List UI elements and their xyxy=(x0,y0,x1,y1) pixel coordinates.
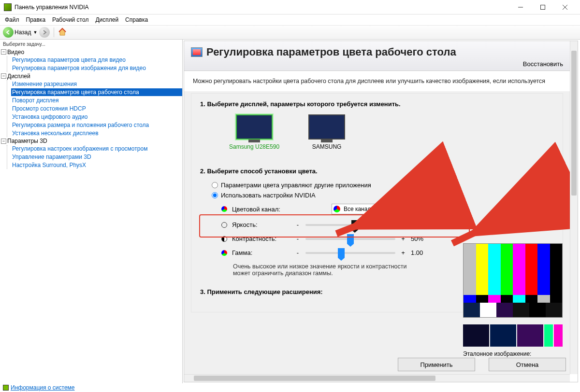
tree-item[interactable]: Регулировка параметров изображения для в… xyxy=(11,64,182,72)
menu-file[interactable]: Файл xyxy=(2,15,22,24)
contrast-icon xyxy=(221,236,227,242)
display-item[interactable]: SAMSUNG xyxy=(308,114,345,150)
gamma-thumb[interactable] xyxy=(338,248,345,258)
tree-item[interactable]: Регулировка настроек изображения с просм… xyxy=(11,145,182,153)
tree-item[interactable]: Регулировка параметров цвета для видео xyxy=(11,56,182,64)
close-button[interactable] xyxy=(554,0,576,14)
brightness-slider[interactable] xyxy=(305,224,395,226)
forward-button[interactable] xyxy=(39,27,50,38)
tree-item[interactable]: Регулировка параметров цвета рабочего ст… xyxy=(11,88,182,96)
brightness-minus: - xyxy=(295,221,301,228)
horizontal-scrollbar[interactable] xyxy=(184,374,570,382)
contrast-slider[interactable] xyxy=(305,238,395,240)
channel-label: Цветовой канал: xyxy=(232,206,280,213)
tree-item[interactable]: Регулировка размера и положения рабочего… xyxy=(11,121,182,129)
radio-other-apps[interactable]: Параметрами цвета управляют другие прило… xyxy=(212,182,554,189)
tree-group-label[interactable]: Видео xyxy=(7,49,24,56)
settings-panel: 1. Выберите дисплей, параметры которого … xyxy=(191,93,563,312)
page-title-icon xyxy=(191,47,203,57)
statusbar: Информация о системе xyxy=(0,383,580,392)
toolbar: Назад ▼ xyxy=(0,25,580,40)
contrast-label: Контрастность: xyxy=(232,235,290,242)
vertical-scrollbar[interactable] xyxy=(570,41,578,374)
cancel-button[interactable]: Отмена xyxy=(489,358,566,371)
reference-caption: Эталонное изображение: xyxy=(463,350,563,357)
reference-image: Эталонное изображение: xyxy=(463,243,563,357)
titlebar: Панель управления NVIDIA xyxy=(0,0,580,14)
brightness-icon xyxy=(221,222,227,228)
channel-select[interactable]: Все каналы xyxy=(332,204,421,214)
svg-rect-1 xyxy=(541,5,545,9)
tree-toggle[interactable]: − xyxy=(1,49,6,55)
back-arrow-icon xyxy=(3,27,14,38)
apply-button[interactable]: Применить xyxy=(398,358,475,371)
page-title: Регулировка параметров цвета рабочего ст… xyxy=(191,46,563,58)
gamma-slider[interactable] xyxy=(305,252,395,254)
tree-item[interactable]: Поворот дисплея xyxy=(11,97,182,104)
menu-help[interactable]: Справка xyxy=(122,15,151,24)
menu-display[interactable]: Дисплей xyxy=(92,15,121,24)
tree-item[interactable]: Изменение разрешения xyxy=(11,80,182,88)
info-icon xyxy=(3,385,9,391)
contrast-minus: - xyxy=(295,235,301,242)
toolbar-divider xyxy=(54,28,54,37)
restore-link[interactable]: Восстановить xyxy=(191,60,563,68)
contrast-row: Контрастность: - + 50% xyxy=(221,235,554,242)
step2-title: 2. Выберите способ установки цвета. xyxy=(200,168,554,175)
tree-group-label[interactable]: Параметры 3D xyxy=(7,138,47,144)
gamma-plus: + xyxy=(400,249,406,256)
tree-item[interactable]: Установка цифрового аудио xyxy=(11,113,182,121)
contrast-plus: + xyxy=(400,235,406,242)
monitor-icon xyxy=(308,114,345,140)
back-dropdown-icon[interactable]: ▼ xyxy=(33,30,37,35)
brightness-value: 55% xyxy=(411,221,432,228)
tree-item[interactable]: Управление параметрами 3D xyxy=(11,153,182,161)
brightness-thumb[interactable] xyxy=(351,220,358,230)
nvidia-app-icon xyxy=(4,3,12,11)
gamma-label: Гамма: xyxy=(232,249,290,256)
step1-title: 1. Выберите дисплей, параметры которого … xyxy=(200,100,554,108)
maximize-button[interactable] xyxy=(532,0,554,14)
home-button[interactable] xyxy=(58,28,67,38)
brightness-label: Яркость: xyxy=(232,221,290,228)
system-info-link[interactable]: Информация о системе xyxy=(11,384,74,391)
rgb-icon xyxy=(221,206,227,212)
display-label: SAMSUNG xyxy=(308,143,345,150)
display-item[interactable]: Samsung U28E590 xyxy=(229,114,279,150)
minimize-button[interactable] xyxy=(509,0,532,14)
radio-nvidia[interactable]: Использовать настройки NVIDIA xyxy=(212,192,554,199)
brightness-plus: + xyxy=(400,221,406,228)
monitor-icon xyxy=(236,114,273,140)
tree-item[interactable]: Просмотр состояния HDCP xyxy=(11,105,182,112)
menu-desktop[interactable]: Рабочий стол xyxy=(49,15,91,24)
back-button[interactable]: Назад ▼ xyxy=(3,27,37,38)
contrast-thumb[interactable] xyxy=(347,234,354,244)
gamma-note: Очень высокое или низкое значение яркост… xyxy=(233,263,417,277)
radio-other-label: Параметрами цвета управляют другие прило… xyxy=(221,182,371,189)
menu-edit[interactable]: Правка xyxy=(23,15,49,24)
contrast-value: 50% xyxy=(411,235,432,242)
tree-item[interactable]: Настройка Surround, PhysX xyxy=(11,161,182,169)
brightness-row: Яркость: - + 55% xyxy=(221,221,554,228)
menubar: Файл Правка Рабочий стол Дисплей Справка xyxy=(0,14,580,25)
tree-group-label[interactable]: Дисплей xyxy=(7,73,30,80)
sidebar: Выберите задачу... −ВидеоРегулировка пар… xyxy=(0,40,183,383)
radio-nvidia-label: Использовать настройки NVIDIA xyxy=(221,192,316,199)
gamma-minus: - xyxy=(295,249,301,256)
tree-item[interactable]: Установка нескольких дисплеев xyxy=(11,129,182,137)
back-label: Назад xyxy=(14,29,31,36)
task-label: Выберите задачу... xyxy=(1,41,182,48)
rgb-icon-select xyxy=(334,206,340,212)
window-title: Панель управления NVIDIA xyxy=(14,4,509,11)
gamma-icon xyxy=(221,250,227,256)
intro-text: Можно регулировать настройки цвета рабоч… xyxy=(184,71,570,91)
display-label: Samsung U28E590 xyxy=(229,143,279,150)
tree-toggle[interactable]: − xyxy=(1,73,6,79)
gamma-value: 1.00 xyxy=(411,249,432,256)
content-area: Регулировка параметров цвета рабочего ст… xyxy=(184,41,578,382)
tree-toggle[interactable]: − xyxy=(1,139,6,144)
